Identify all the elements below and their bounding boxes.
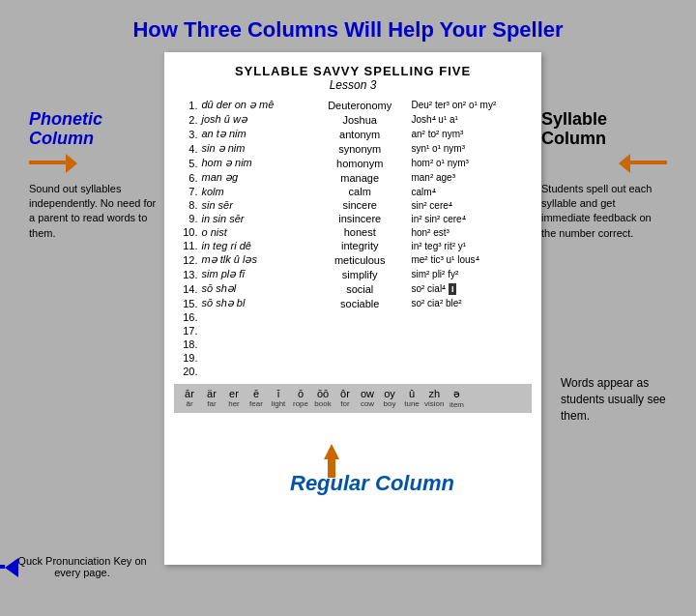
phonetic-cell: kolm [200,185,310,198]
phonetic-cell [200,351,310,365]
syllable-cell: sin² cere⁴ [409,198,532,212]
table-row: 14.sō shəlsocialso² cial⁴ I [174,281,532,296]
pronunciation-key-label: Quck Pronunciation Key on every page. [14,555,150,578]
row-number: 19. [174,351,200,365]
syllable-cell: sim² pli² fy² [409,267,532,281]
phonetic-cell [200,337,310,351]
row-number: 14. [174,281,200,296]
regular-cell [310,324,409,337]
phonetic-cell: sō shəl [200,281,310,296]
phonetic-cell: sō shə bl [200,296,310,310]
students-spell-text: Students spell out each syllable and get… [541,182,667,242]
regular-column-arrow-icon [324,444,339,459]
page-title: How Three Columns Will Help Your Speller [0,0,696,52]
table-row: 2.josh û wəJoshuaJosh⁴ u¹ a¹ [174,112,532,127]
table-row: 16. [174,310,532,324]
pronunciation-item: əitem [447,388,466,409]
table-row: 8.sin sērsinceresin² cere⁴ [174,198,532,212]
table-row: 10.o nisthonesthon² est³ [174,225,532,239]
phonetic-cell: sim plə fī [200,267,310,281]
phonetic-cell: hom ə nim [200,156,310,170]
regular-cell: integrity [310,239,409,252]
phonetic-cell: in teg ri dê [200,239,310,252]
regular-cell: synonym [310,141,409,156]
regular-column-arrow-line [328,458,335,478]
table-row: 6.man əgmanageman² age³ [174,170,532,185]
syllable-column-label: Syllable Column [541,110,667,149]
table-row: 15.sō shə blsociableso² cia² ble² [174,296,532,310]
table-row: 19. [174,351,532,365]
table-row: 5.hom ə nimhomonymhom² o¹ nym³ [174,156,532,170]
row-number: 13. [174,267,200,281]
row-number: 8. [174,198,200,212]
regular-cell [310,337,409,351]
row-number: 11. [174,239,200,252]
syllable-cell: hom² o¹ nym³ [409,156,532,170]
regular-cell: honest [310,225,409,239]
table-row: 18. [174,337,532,351]
sound-out-text: Sound out syllables independently. No ne… [29,182,164,242]
syllable-arrow-icon [619,153,667,172]
phonetic-cell: sin sēr [200,198,310,212]
phonetic-cell: man əg [200,170,310,185]
phonetic-cell: in sin sēr [200,212,310,225]
phonetic-cell [200,310,310,324]
phonetic-cell: o nist [200,225,310,239]
table-row: 17. [174,324,532,337]
table-row: 3.an tə nimantonyman² to² nym³ [174,127,532,141]
table-row: 7.kolmcalmcalm⁴ [174,185,532,198]
row-number: 18. [174,337,200,351]
row-number: 5. [174,156,200,170]
table-row: 1.dû der on ə mêDeuteronomyDeu² ter³ on²… [174,98,532,112]
row-number: 6. [174,170,200,185]
pronunciation-item: ōōbook [313,388,333,409]
regular-cell: Deuteronomy [310,98,409,112]
words-appear-text: Words appear as students usually see the… [561,375,677,424]
syllable-cell [409,310,532,324]
regular-cell: Joshua [310,112,409,127]
table-row: 4.sin ə nimsynonymsyn¹ o¹ nym³ [174,141,532,156]
regular-cell: calm [310,185,409,198]
pronunciation-item: īlight [269,388,288,409]
table-row: 20. [174,365,532,378]
row-number: 1. [174,98,200,112]
syllable-cell: syn¹ o¹ nym³ [409,141,532,156]
regular-cell: meticulous [310,252,409,267]
table-row: 9.in sin sērinsincerein² sin² cere⁴ [174,212,532,225]
table-row: 13.sim plə fīsimplifysim² pli² fy² [174,267,532,281]
pronunciation-item: ûtune [402,388,421,409]
regular-cell: simplify [310,267,409,281]
regular-cell [310,310,409,324]
phonetic-cell: dû der on ə mê [200,98,310,112]
phonetic-column-label: Phonetic Column [29,110,164,149]
phonetic-arrow-icon [29,153,77,172]
pronunciation-item: erher [224,388,244,409]
phonetic-cell: mə tlk û ləs [200,252,310,267]
syllable-cell: so² cial⁴ I [409,281,532,296]
row-number: 20. [174,365,200,378]
syllable-cell: in² sin² cere⁴ [409,212,532,225]
regular-cell: antonym [310,127,409,141]
pronunciation-item: zhvision [424,388,444,409]
pronunciation-item: ārār [180,388,199,409]
pronunciation-item: ärfar [202,388,221,409]
syllable-cell: hon² est³ [409,225,532,239]
phonetic-cell: sin ə nim [200,141,310,156]
spelling-document: SYLLABLE SAVVY SPELLING FIVE Lesson 3 1.… [164,52,541,565]
regular-cell: sincere [310,198,409,212]
pronunciation-bar: ārārärfarerherēfearīlightōropeōōbookôrfo… [174,384,532,413]
row-number: 9. [174,212,200,225]
syllable-cell [409,365,532,378]
pronunciation-item: ōrope [291,388,310,409]
syllable-cell: so² cia² ble² [409,296,532,310]
pronunciation-item: ēfear [246,388,266,409]
syllable-cell: Deu² ter³ on² o¹ my² [409,98,532,112]
row-number: 4. [174,141,200,156]
row-number: 7. [174,185,200,198]
row-number: 16. [174,310,200,324]
syllable-cell [409,351,532,365]
table-row: 11.in teg ri dêintegrityin² teg³ rit² y¹ [174,239,532,252]
document-subtitle: Lesson 3 [174,78,532,92]
syllable-cell: in² teg³ rit² y¹ [409,239,532,252]
phonetic-cell [200,365,310,378]
